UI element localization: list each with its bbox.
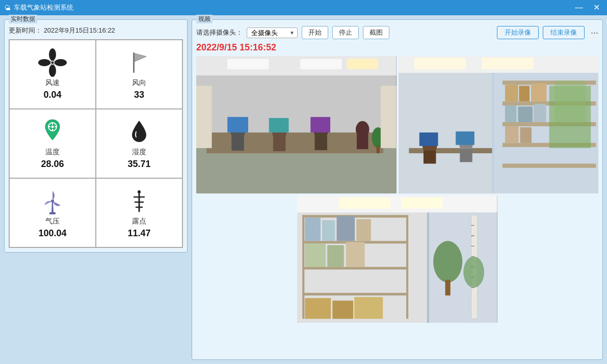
svg-rect-46 bbox=[414, 58, 466, 69]
svg-rect-85 bbox=[322, 220, 335, 241]
video-toolbar: 请选择摄像头： 全摄像头 摄像头1 摄像头2 摄像头3 开始 停止 截图 开始录… bbox=[196, 26, 598, 39]
svg-rect-65 bbox=[423, 151, 435, 163]
wind-dir-label: 风向 bbox=[132, 78, 146, 88]
realtime-group-title: 实时数据 bbox=[9, 15, 37, 23]
temperature-value: 28.06 bbox=[41, 159, 64, 170]
svg-rect-56 bbox=[519, 86, 529, 102]
start-record-button[interactable]: 开始录像 bbox=[497, 26, 539, 39]
svg-point-13 bbox=[51, 126, 54, 128]
svg-rect-87 bbox=[356, 219, 371, 241]
title-bar: 🌤 车载气象站检测系统 — ✕ bbox=[0, 0, 607, 15]
sensor-grid: 风速 0.04 风向 33 bbox=[9, 39, 183, 248]
svg-rect-26 bbox=[347, 59, 378, 69]
dew-point-icon bbox=[125, 187, 153, 217]
svg-rect-55 bbox=[505, 85, 517, 102]
svg-rect-73 bbox=[297, 195, 497, 212]
wind-speed-icon bbox=[38, 48, 67, 78]
svg-rect-60 bbox=[534, 104, 546, 122]
svg-point-2 bbox=[55, 59, 67, 66]
svg-rect-57 bbox=[531, 83, 546, 101]
svg-rect-83 bbox=[406, 215, 408, 319]
stop-record-button[interactable]: 结束录像 bbox=[543, 26, 585, 39]
svg-rect-99 bbox=[305, 298, 331, 319]
svg-rect-47 bbox=[482, 58, 534, 69]
svg-rect-27 bbox=[196, 148, 397, 193]
svg-rect-39 bbox=[310, 117, 330, 133]
svg-point-6 bbox=[51, 62, 54, 64]
humidity-label: 湿度 bbox=[132, 148, 146, 157]
wind-dir-icon bbox=[125, 48, 153, 78]
close-button[interactable]: ✕ bbox=[590, 4, 603, 12]
video-group-title: 视频 bbox=[196, 15, 213, 23]
svg-point-104 bbox=[463, 257, 484, 288]
update-time-value: 2022年9月15日15:16:22 bbox=[44, 26, 115, 34]
camera-feed-2 bbox=[399, 56, 599, 193]
svg-rect-63 bbox=[409, 148, 492, 153]
humidity-icon bbox=[125, 118, 153, 148]
svg-rect-42 bbox=[196, 86, 212, 148]
svg-rect-88 bbox=[305, 243, 326, 267]
camera-feed-1 bbox=[196, 56, 397, 193]
more-dots: ··· bbox=[591, 27, 598, 38]
video-grid-bottom bbox=[196, 195, 598, 323]
humidity-value: 35.71 bbox=[127, 159, 150, 170]
sensor-dew-point: 露点 11.47 bbox=[96, 178, 182, 247]
wind-speed-value: 0.04 bbox=[43, 90, 61, 100]
svg-rect-58 bbox=[505, 105, 516, 122]
sensor-pressure: 气压 100.04 bbox=[9, 178, 96, 247]
svg-rect-59 bbox=[518, 106, 533, 122]
video-grid-top bbox=[196, 56, 598, 193]
right-panel: 视频 请选择摄像头： 全摄像头 摄像头1 摄像头2 摄像头3 开始 停止 截图 … bbox=[192, 19, 603, 360]
svg-rect-43 bbox=[381, 86, 397, 148]
svg-rect-71 bbox=[554, 80, 585, 122]
sensor-wind-dir: 风向 33 bbox=[96, 40, 182, 109]
svg-rect-103 bbox=[445, 280, 451, 296]
camera-select[interactable]: 全摄像头 摄像头1 摄像头2 摄像头3 bbox=[247, 27, 298, 38]
svg-rect-61 bbox=[505, 126, 518, 143]
svg-point-21 bbox=[138, 190, 141, 193]
sensor-humidity: 湿度 35.71 bbox=[96, 109, 182, 178]
svg-rect-89 bbox=[327, 245, 344, 267]
realtime-group: 实时数据 更新时间： 2022年9月15日15:16:22 bbox=[4, 19, 188, 253]
title-bar-left: 🌤 车载气象站检测系统 bbox=[4, 3, 73, 12]
svg-rect-81 bbox=[302, 267, 406, 269]
svg-rect-90 bbox=[346, 242, 365, 267]
svg-marker-14 bbox=[51, 202, 54, 213]
svg-rect-30 bbox=[231, 135, 244, 151]
svg-rect-36 bbox=[357, 134, 368, 149]
main-content: 实时数据 更新时间： 2022年9月15日15:16:22 bbox=[0, 15, 607, 364]
svg-rect-74 bbox=[339, 198, 391, 209]
svg-rect-41 bbox=[377, 146, 380, 153]
temperature-icon bbox=[38, 118, 67, 148]
svg-rect-38 bbox=[269, 118, 289, 133]
svg-rect-54 bbox=[502, 163, 596, 167]
video-timestamp: 2022/9/15 15:16:52 bbox=[196, 42, 598, 53]
svg-rect-101 bbox=[354, 297, 383, 319]
left-panel: 实时数据 更新时间： 2022年9月15日15:16:22 bbox=[4, 19, 188, 360]
svg-rect-37 bbox=[227, 117, 248, 133]
svg-rect-76 bbox=[427, 212, 429, 323]
stop-button[interactable]: 停止 bbox=[332, 26, 359, 39]
svg-rect-16 bbox=[49, 212, 56, 214]
svg-point-4 bbox=[38, 59, 50, 66]
start-button[interactable]: 开始 bbox=[302, 26, 328, 39]
svg-rect-68 bbox=[419, 132, 438, 146]
camera-select-wrapper[interactable]: 全摄像头 摄像头1 摄像头2 摄像头3 bbox=[247, 27, 298, 38]
temperature-label: 温度 bbox=[45, 148, 60, 157]
svg-rect-32 bbox=[273, 136, 285, 151]
svg-rect-34 bbox=[314, 135, 327, 150]
sensor-temperature: 温度 28.06 bbox=[9, 109, 96, 178]
svg-rect-75 bbox=[401, 198, 443, 209]
app-icon: 🌤 bbox=[4, 4, 11, 12]
svg-rect-84 bbox=[305, 217, 321, 241]
minimize-button[interactable]: — bbox=[572, 4, 586, 12]
svg-rect-69 bbox=[456, 131, 474, 145]
screenshot-button[interactable]: 截图 bbox=[363, 26, 389, 39]
svg-rect-67 bbox=[460, 149, 472, 162]
svg-point-1 bbox=[49, 48, 56, 61]
svg-point-3 bbox=[49, 65, 56, 77]
wind-dir-value: 33 bbox=[134, 90, 144, 100]
svg-rect-62 bbox=[520, 127, 531, 143]
dew-point-value: 11.47 bbox=[127, 228, 150, 239]
svg-rect-86 bbox=[337, 216, 355, 241]
